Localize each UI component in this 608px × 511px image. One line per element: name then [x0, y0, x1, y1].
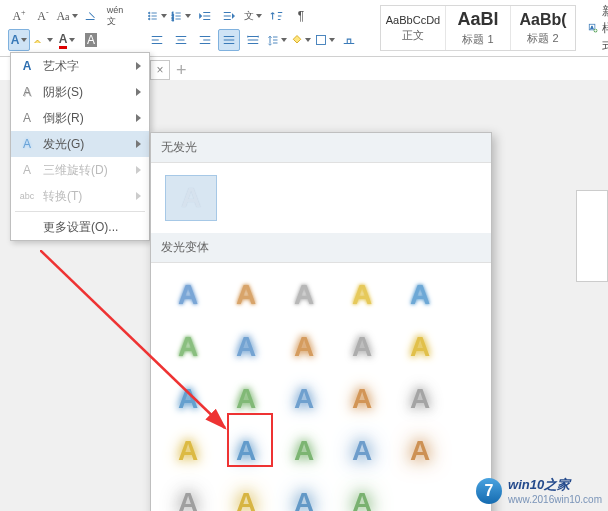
- style-normal[interactable]: AaBbCcDd 正文: [381, 6, 446, 50]
- style-label: 标题 1: [462, 32, 493, 47]
- menu-label: 转换(T): [43, 188, 128, 205]
- glow-variant-option[interactable]: A: [221, 325, 271, 369]
- new-style-button[interactable]: A 新样式: [588, 3, 608, 54]
- ribbon: A+ A- Aa wén文 A A A 123 文 ¶: [0, 0, 608, 57]
- glow-variant-option[interactable]: A: [337, 325, 387, 369]
- menu-label: 三维旋转(D): [43, 162, 128, 179]
- menu-label: 艺术字: [43, 58, 128, 75]
- change-case-button[interactable]: Aa: [56, 5, 78, 27]
- glow-variant-option[interactable]: A: [337, 273, 387, 317]
- phonetic-guide-button[interactable]: wén文: [104, 5, 126, 27]
- watermark-logo-icon: 7: [476, 478, 502, 504]
- new-tab-button[interactable]: +: [176, 60, 187, 81]
- glow-variant-option[interactable]: A: [163, 481, 213, 511]
- glow-icon: A: [19, 137, 35, 151]
- style-heading2[interactable]: AaBb( 标题 2: [511, 6, 575, 50]
- glow-variant-option[interactable]: A: [221, 429, 271, 473]
- menu-wordart[interactable]: A 艺术字: [11, 53, 149, 79]
- menu-glow[interactable]: A 发光(G): [11, 131, 149, 157]
- glow-submenu: 无发光 A 发光变体 AAAAAAAAAAAAAAAAAAAAAAAA: [150, 132, 492, 511]
- glow-variant-option[interactable]: A: [163, 377, 213, 421]
- glow-variant-option[interactable]: A: [395, 273, 445, 317]
- submenu-arrow-icon: [136, 114, 141, 122]
- glow-variant-option[interactable]: A: [395, 429, 445, 473]
- text-direction-button[interactable]: 文: [242, 5, 264, 27]
- font-color-button[interactable]: A: [56, 29, 78, 51]
- line-spacing-button[interactable]: [266, 29, 288, 51]
- borders-button[interactable]: [314, 29, 336, 51]
- highlight-button[interactable]: [32, 29, 54, 51]
- close-tab-button[interactable]: ×: [150, 60, 170, 80]
- styles-gallery[interactable]: AaBbCcDd 正文 AaBl 标题 1 AaBb( 标题 2: [380, 5, 576, 51]
- paragraph-group: 123 文 ¶: [146, 5, 360, 51]
- glow-variants-grid: AAAAAAAAAAAAAAAAAAAAAAAA: [151, 263, 491, 511]
- submenu-arrow-icon: [136, 192, 141, 200]
- style-heading1[interactable]: AaBl 标题 1: [446, 6, 511, 50]
- glow-variant-option[interactable]: A: [221, 377, 271, 421]
- svg-point-1: [149, 15, 151, 17]
- decrease-indent-button[interactable]: [194, 5, 216, 27]
- text-effects-button[interactable]: A: [8, 29, 30, 51]
- rotation-icon: A: [19, 163, 35, 177]
- submenu-arrow-icon: [136, 62, 141, 70]
- svg-text:A: A: [591, 25, 594, 30]
- glow-variant-option[interactable]: A: [163, 325, 213, 369]
- no-glow-option[interactable]: A: [165, 175, 217, 221]
- numbering-button[interactable]: 123: [170, 5, 192, 27]
- menu-reflection[interactable]: A 倒影(R): [11, 105, 149, 131]
- glow-variant-option[interactable]: A: [395, 377, 445, 421]
- glow-variant-option[interactable]: A: [337, 377, 387, 421]
- glow-variant-option[interactable]: A: [395, 325, 445, 369]
- sort-button[interactable]: [266, 5, 288, 27]
- shadow-icon: A: [19, 85, 35, 99]
- watermark: 7 win10之家 www.2016win10.com: [476, 476, 602, 505]
- glow-variant-option[interactable]: A: [279, 325, 329, 369]
- glow-variant-option[interactable]: A: [279, 273, 329, 317]
- menu-label: 倒影(R): [43, 110, 128, 127]
- shrink-font-button[interactable]: A-: [32, 5, 54, 27]
- glow-variant-option[interactable]: A: [337, 481, 387, 511]
- bullets-button[interactable]: [146, 5, 168, 27]
- menu-separator: [15, 211, 145, 212]
- svg-point-2: [149, 18, 151, 20]
- align-distribute-button[interactable]: [242, 29, 264, 51]
- watermark-brand: win10之家: [508, 476, 602, 494]
- glow-variant-option[interactable]: A: [279, 377, 329, 421]
- align-justify-button[interactable]: [218, 29, 240, 51]
- menu-3drotation: A 三维旋转(D): [11, 157, 149, 183]
- glow-variant-option[interactable]: A: [163, 273, 213, 317]
- svg-point-0: [149, 12, 151, 14]
- style-preview: AaBbCcDd: [386, 14, 440, 26]
- menu-more-settings[interactable]: 更多设置(O)...: [11, 214, 149, 240]
- align-right-button[interactable]: [194, 29, 216, 51]
- glow-variants-header: 发光变体: [151, 233, 491, 263]
- menu-label: 阴影(S): [43, 84, 128, 101]
- menu-transform: abc 转换(T): [11, 183, 149, 209]
- transform-icon: abc: [19, 191, 35, 201]
- style-preview: AaBb(: [519, 11, 566, 29]
- svg-rect-6: [317, 36, 326, 45]
- glow-variant-option[interactable]: A: [221, 481, 271, 511]
- show-marks-button[interactable]: ¶: [290, 5, 312, 27]
- glow-variant-option[interactable]: A: [279, 481, 329, 511]
- glow-variant-option[interactable]: A: [279, 429, 329, 473]
- wordart-icon: A: [19, 59, 35, 73]
- reflection-icon: A: [19, 111, 35, 125]
- glow-variant-option[interactable]: A: [337, 429, 387, 473]
- menu-shadow[interactable]: A 阴影(S): [11, 79, 149, 105]
- clear-format-button[interactable]: [80, 5, 102, 27]
- tabstop-button[interactable]: [338, 29, 360, 51]
- align-center-button[interactable]: [170, 29, 192, 51]
- no-glow-section: A: [151, 163, 491, 233]
- glow-variant-option[interactable]: A: [163, 429, 213, 473]
- text-effects-menu: A 艺术字 A 阴影(S) A 倒影(R) A 发光(G) A 三维旋转(D) …: [10, 52, 150, 241]
- align-left-button[interactable]: [146, 29, 168, 51]
- submenu-arrow-icon: [136, 140, 141, 148]
- watermark-url: www.2016win10.com: [508, 494, 602, 505]
- no-glow-header: 无发光: [151, 133, 491, 163]
- glow-variant-option[interactable]: A: [221, 273, 271, 317]
- shading-button[interactable]: [290, 29, 312, 51]
- grow-font-button[interactable]: A+: [8, 5, 30, 27]
- increase-indent-button[interactable]: [218, 5, 240, 27]
- char-shading-button[interactable]: A: [80, 29, 102, 51]
